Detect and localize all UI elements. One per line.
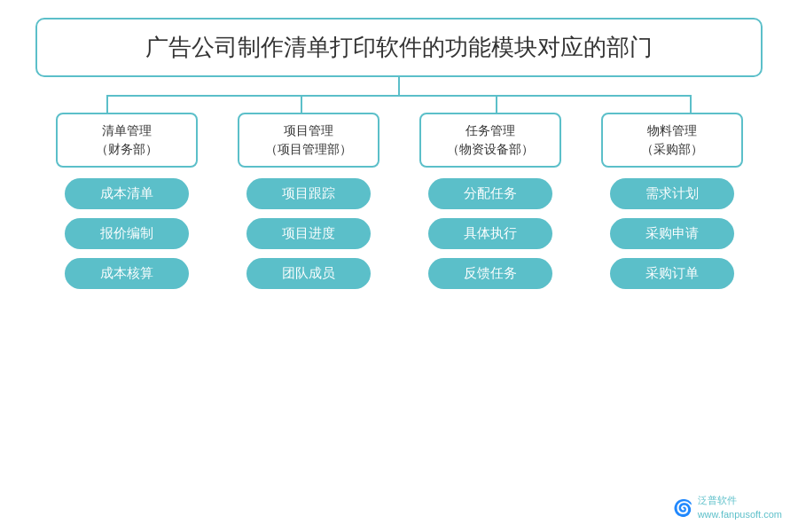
cat-header-line1-4: 物料管理 (647, 123, 697, 137)
column-3: 任务管理（物资设备部）分配任务具体执行反馈任务 (408, 113, 572, 289)
col-vert-line-2 (301, 97, 302, 113)
brand-name: 泛普软件 (698, 494, 782, 507)
item-btn-col4-1[interactable]: 需求计划 (610, 178, 734, 209)
brand-icon: 🌀 (673, 498, 692, 518)
item-btn-col1-2[interactable]: 报价编制 (65, 218, 189, 249)
item-btn-col2-2[interactable]: 项目进度 (246, 218, 371, 249)
page-title: 广告公司制作清单打印软件的功能模块对应的部门 (145, 34, 653, 60)
col-connector-1 (106, 97, 108, 113)
watermark-text: 泛普软件 www.fanpusoft.com (698, 494, 782, 521)
top-connector (35, 77, 763, 113)
col-vert-line-4 (690, 97, 692, 113)
item-btn-col3-2[interactable]: 具体执行 (428, 218, 552, 249)
item-btn-col1-3[interactable]: 成本核算 (65, 258, 189, 289)
cat-header-1: 清单管理（财务部） (56, 113, 198, 168)
cat-header-2: 项目管理（项目管理部） (238, 113, 379, 168)
cat-header-4: 物料管理（采购部） (601, 113, 743, 168)
col-connector-3 (496, 97, 497, 113)
item-btn-col3-1[interactable]: 分配任务 (428, 178, 552, 209)
item-btn-col2-1[interactable]: 项目跟踪 (246, 178, 371, 209)
cat-header-line1-2: 项目管理 (284, 123, 333, 137)
col-vert-line-3 (496, 97, 497, 113)
columns: 清单管理（财务部）成本清单报价编制成本核算项目管理（项目管理部）项目跟踪项目进度… (27, 113, 771, 289)
col-vert-line-1 (106, 97, 108, 113)
title-box: 广告公司制作清单打印软件的功能模块对应的部门 (35, 18, 763, 77)
main-container: 广告公司制作清单打印软件的功能模块对应的部门 清单管理（财务部）成本清单报价编制… (0, 0, 798, 532)
item-btn-col4-2[interactable]: 采购申请 (610, 218, 734, 249)
cat-header-line2-3: （物资设备部） (447, 142, 534, 156)
column-2: 项目管理（项目管理部）项目跟踪项目进度团队成员 (226, 113, 390, 289)
col-connector-4 (690, 97, 692, 113)
cat-header-line1-3: 任务管理 (466, 123, 515, 137)
column-1: 清单管理（财务部）成本清单报价编制成本核算 (44, 113, 208, 289)
vertical-line-top (398, 77, 400, 95)
item-btn-col4-3[interactable]: 采购订单 (610, 258, 734, 289)
cat-header-line2-4: （采购部） (641, 142, 703, 156)
col-connector-2 (301, 97, 302, 113)
columns-connectors (106, 97, 692, 113)
cat-header-line1-1: 清单管理 (102, 123, 152, 137)
item-btn-col3-3[interactable]: 反馈任务 (428, 258, 552, 289)
item-btn-col2-3[interactable]: 团队成员 (246, 258, 371, 289)
brand-url: www.fanpusoft.com (698, 508, 782, 521)
column-4: 物料管理（采购部）需求计划采购申请采购订单 (590, 113, 754, 289)
cat-header-line2-2: （项目管理部） (265, 142, 352, 156)
cat-header-line2-1: （财务部） (96, 142, 158, 156)
watermark: 🌀 泛普软件 www.fanpusoft.com (673, 494, 782, 521)
cat-header-3: 任务管理（物资设备部） (419, 113, 561, 168)
item-btn-col1-1[interactable]: 成本清单 (65, 178, 189, 209)
